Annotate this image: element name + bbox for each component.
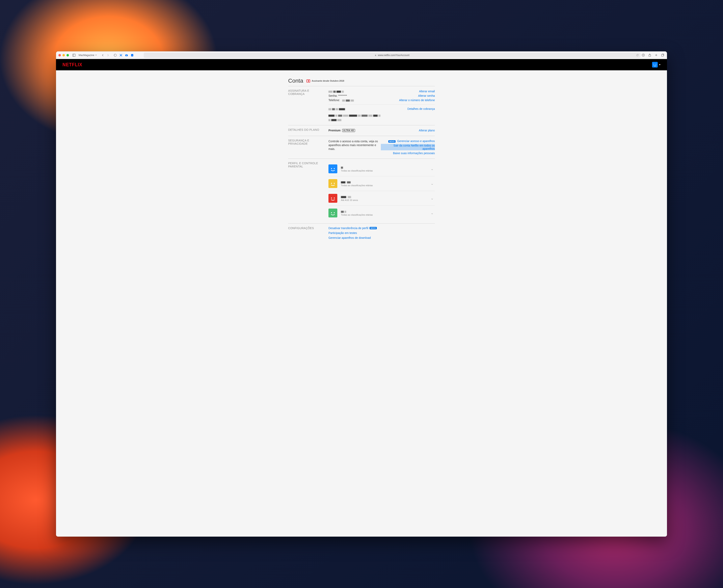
section-label-plan: DETALHES DO PLANO [288,128,328,132]
svg-point-13 [654,64,654,65]
billing-address-redacted [328,114,381,121]
downloads-icon[interactable] [642,54,645,57]
section-label-security: SEGURANÇA E PRIVACIDADE [288,139,328,155]
onepassword-extension-icon[interactable] [130,54,134,57]
download-info-link[interactable]: Baixe suas informações pessoais [393,151,435,155]
manage-devices-link[interactable]: Gerenciar acesso e aparelhos [397,140,435,143]
novo-badge: NOVO [388,140,396,143]
svg-rect-9 [375,55,376,56]
email-redacted [328,90,345,93]
close-window-button[interactable] [59,54,61,57]
profile-avatar-icon [328,209,337,217]
address-bar[interactable]: www.netflix.com/YourAccount [144,52,640,58]
row-phone: Telefone: Alterar o número de telefone [328,98,435,102]
profile-menu[interactable] [652,62,661,67]
page-scroll-area[interactable]: NETFLIX Conta Assinante desde Outubro 20… [56,59,667,537]
profile-avatar-icon [328,194,337,203]
tab-group-name[interactable]: MacMagazine [77,54,98,57]
svg-rect-0 [72,54,76,57]
plan-name: Premium [328,129,341,132]
svg-point-17 [334,168,335,169]
billing-details-link[interactable]: Detalhes de cobrança [407,107,435,110]
netflix-topbar: NETFLIX [56,59,667,70]
change-phone-link[interactable]: Alterar o número de telefone [399,99,435,102]
change-password-link[interactable]: Alterar senha [418,94,435,97]
svg-point-5 [126,55,127,56]
svg-point-21 [334,197,335,198]
profile-rating: Todas as classificações etárias [341,184,427,187]
tab-group-label: MacMagazine [79,54,94,57]
camera-extension-icon[interactable] [125,54,128,57]
profile-name-redacted [341,210,427,213]
url-text: www.netflix.com/YourAccount [378,54,409,57]
svg-point-18 [331,183,332,184]
member-since-badge: Assinante desde Outubro 2018 [306,79,344,83]
row-billing: Detalhes de cobrança [328,107,435,111]
change-email-link[interactable]: Alterar email [419,90,435,93]
profile-name-redacted [341,181,427,184]
new-tab-icon[interactable] [655,54,658,57]
lock-icon [375,54,377,56]
account-page: Conta Assinante desde Outubro 2018 ASSIN… [285,70,438,252]
netflix-logo[interactable]: NETFLIX [62,62,82,68]
svg-point-16 [331,168,332,169]
reload-icon[interactable] [636,54,639,57]
plan-badge: ULTRA HD [342,129,355,132]
chevron-down-icon: ⌄ [431,211,434,215]
change-plan-link[interactable]: Alterar plano [419,129,435,132]
chevron-down-icon: ⌄ [431,167,434,171]
page-title: Conta [288,78,303,84]
profile-row[interactable]: Todas as classificações etárias ⌄ [328,176,435,191]
maximize-window-button[interactable] [66,54,69,57]
forward-button[interactable] [106,54,110,57]
browser-toolbar: MacMagazine [56,51,667,59]
section-settings: CONFIGURAÇÕES Desativar transferência de… [288,224,435,243]
privacy-extension-icon[interactable] [119,54,123,57]
section-label-profiles: PERFIL E CONTROLE PARENTAL [288,162,328,220]
safari-window: MacMagazine [56,51,667,537]
test-participation-link[interactable]: Participação em testes [328,231,435,234]
profile-avatar-icon [652,62,658,67]
subscription-divider [328,104,435,105]
row-email: Alterar email [328,89,435,93]
row-billing-2 [328,113,435,122]
profile-row[interactable]: Todas as classificações etárias ⌄ [328,162,435,176]
chevron-down-icon [95,54,97,56]
desktop-background: MacMagazine [0,0,723,588]
toolbar-extensions [113,54,134,57]
nav-buttons [101,54,110,57]
manage-downloads-link[interactable]: Gerenciar aparelhos de download [328,236,435,239]
profile-name-redacted [341,166,427,169]
profile-row[interactable]: Todas as classificações etárias ⌄ [328,206,435,220]
sign-out-all-link[interactable]: Sair da conta Netflix em todos os aparel… [381,144,435,150]
chevron-down-icon: ⌄ [431,181,434,186]
svg-point-20 [331,197,332,198]
chevron-down-icon: ⌄ [431,196,434,201]
svg-point-23 [334,212,335,213]
section-profiles: PERFIL E CONTROLE PARENTAL Todas as clas… [288,159,435,224]
share-icon[interactable] [648,54,652,57]
profile-avatar-icon [328,179,337,188]
section-label-settings: CONFIGURAÇÕES [288,227,328,239]
section-plan: DETALHES DO PLANO Premium ULTRA HD Alter… [288,125,435,136]
profile-rating: Até A10 10 anos [341,199,427,201]
tab-overview-icon[interactable] [661,54,664,57]
disable-transfer-link[interactable]: Desativar transferência de perfil [328,227,368,230]
sidebar-toggle-icon[interactable] [72,54,76,57]
window-controls [59,54,69,57]
section-label-subscription: ASSINATURA E COBRANÇA [288,89,328,122]
back-button[interactable] [101,54,105,57]
member-since-icon [306,79,311,83]
toolbar-right [642,54,664,57]
security-description: Controle o acesso a esta conta, veja os … [328,140,381,151]
profile-list: Todas as classificações etárias ⌄ To [328,162,435,220]
profile-row[interactable]: Até A10 10 anos ⌄ [328,191,435,206]
svg-point-22 [331,212,332,213]
minimize-window-button[interactable] [62,54,65,57]
section-subscription: ASSINATURA E COBRANÇA Alterar email Senh… [288,86,435,125]
profile-rating: Todas as classificações etárias [341,214,427,216]
card-redacted [328,107,346,110]
shield-extension-icon[interactable] [113,54,117,57]
caret-down-icon [659,64,661,65]
svg-point-14 [656,64,656,65]
